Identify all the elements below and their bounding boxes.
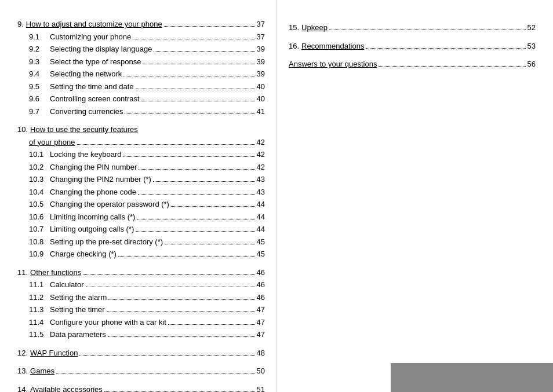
toc-page: 43	[257, 174, 265, 185]
toc-label: Recommendations	[301, 41, 364, 52]
sub-number: 9.1	[29, 31, 48, 43]
toc-entry-sub: 9.3 Select the type of response 39	[17, 56, 265, 68]
sub-number: 9.3	[29, 56, 48, 68]
toc-entry-sub: 9.7 Converting currencies 41	[17, 106, 265, 118]
toc-dots	[86, 287, 255, 287]
section-number: 11.	[17, 267, 28, 279]
toc-dots	[379, 66, 525, 67]
sub-number: 9.2	[29, 43, 48, 55]
toc-dots	[133, 39, 254, 39]
section-number: 9.	[17, 19, 24, 30]
toc-dots	[136, 231, 254, 232]
toc-dots	[118, 256, 255, 257]
toc-dots	[108, 336, 255, 337]
section-number: 16.	[289, 41, 299, 52]
toc-page: 44	[257, 224, 265, 235]
toc-page: 42	[257, 162, 265, 173]
toc-label: Available accessories	[30, 384, 103, 393]
toc-entry-sub: 9.5 Setting the time and date 40	[17, 81, 265, 93]
toc-page: 40	[257, 93, 265, 105]
toc-dots	[77, 144, 255, 145]
toc-dots	[125, 113, 254, 114]
toc-page: 41	[257, 106, 265, 118]
sub-number: 10.2	[29, 162, 48, 173]
toc-dots	[366, 48, 525, 49]
toc-page: 42	[257, 149, 265, 160]
toc-page: 51	[257, 384, 265, 393]
toc-label: Setting up the pre-set directory (*)	[50, 236, 163, 248]
toc-label: Customizing your phone	[50, 31, 131, 43]
left-toc: 9. How to adjust and customize your phon…	[17, 19, 265, 392]
sub-number: 10.7	[29, 224, 48, 235]
toc-entry-main: 11. Other functions 46	[17, 267, 265, 279]
toc-page: 46	[257, 292, 265, 303]
toc-label: How to adjust and customize your phone	[26, 19, 162, 30]
sub-number: 10.1	[29, 149, 48, 160]
toc-dots	[104, 391, 255, 392]
toc-page: 37	[257, 31, 265, 43]
toc-entry-main: 13. Games 50	[17, 365, 265, 377]
toc-label: Changing the PIN number	[50, 162, 137, 173]
toc-dots	[123, 76, 254, 76]
toc-label: How to use the security features	[30, 124, 138, 135]
toc-dots	[153, 181, 255, 182]
toc-entry-sub: 10.9 Charge checking (*) 45	[17, 248, 265, 260]
toc-entry-main: 15. Upkeep 52	[289, 22, 536, 34]
toc-entry-main2line-2: of your phone 42	[17, 137, 265, 148]
toc-label: WAP Function	[30, 347, 78, 359]
toc-entry-main2line-1: 10. How to use the security features	[17, 124, 265, 135]
toc-page: 52	[527, 22, 536, 34]
toc-label: Changing the operator password (*)	[50, 199, 169, 210]
toc-dots	[171, 206, 255, 207]
toc-page: 56	[527, 58, 536, 70]
sub-number: 9.4	[29, 68, 48, 80]
toc-label: Calculator	[50, 279, 84, 291]
toc-dots	[141, 101, 255, 101]
toc-entry-main: 12. WAP Function 48	[17, 347, 265, 359]
sub-number: 9.5	[29, 81, 48, 93]
toc-entry-sub: 10.8 Setting up the pre-set directory (*…	[17, 236, 265, 248]
sub-number: 10.3	[29, 174, 48, 185]
toc-entry-sub: 10.7 Limiting outgoing calls (*) 44	[17, 224, 265, 235]
toc-dots	[139, 169, 254, 170]
sub-number: 11.4	[29, 317, 48, 328]
toc-dots	[143, 64, 255, 64]
toc-label: Select the type of response	[50, 56, 141, 68]
toc-entry-main: 9. How to adjust and customize your phon…	[17, 19, 265, 30]
toc-label: Changing the PIN2 number (*)	[50, 174, 151, 185]
sub-number: 9.7	[29, 106, 48, 118]
toc-page: 53	[527, 41, 536, 52]
toc-page: 45	[257, 236, 265, 248]
toc-dots	[123, 156, 255, 157]
section-number: 13.	[17, 365, 28, 377]
toc-label: Data parameters	[50, 329, 106, 340]
section-number: 12.	[17, 347, 28, 359]
page-right: 15. Upkeep 52 16. Recommendations 53 Ans…	[276, 0, 553, 392]
toc-label: Setting the alarm	[50, 292, 107, 303]
toc-label: Changing the phone code	[50, 186, 136, 198]
toc-label: Controlling screen contrast	[50, 93, 140, 105]
toc-dots	[136, 89, 255, 89]
sub-number: 11.2	[29, 292, 48, 303]
toc-entry-main: 16. Recommendations 53	[289, 41, 536, 52]
toc-label: Games	[30, 365, 54, 377]
toc-dots	[83, 274, 254, 275]
toc-entry-sub: 11.5 Data parameters 47	[17, 329, 265, 340]
sub-number: 10.9	[29, 248, 48, 260]
toc-entry-sub: 10.2 Changing the PIN number 42	[17, 162, 265, 173]
toc-page: 43	[257, 186, 265, 198]
toc-entry-sub: 10.6 Limiting incoming calls (*) 44	[17, 211, 265, 223]
toc-entry-sub: 11.2 Setting the alarm 46	[17, 292, 265, 303]
toc-label: Answers to your questions	[289, 58, 377, 70]
toc-entry-main: 14. Available accessories 51	[17, 384, 265, 393]
toc-entry-sub: 11.3 Setting the timer 47	[17, 304, 265, 316]
toc-entry-sub: 10.1 Locking the keyboard 42	[17, 149, 265, 160]
toc-entry-sub: 10.3 Changing the PIN2 number (*) 43	[17, 174, 265, 185]
toc-dots	[164, 26, 255, 27]
toc-label: Configure your phone with a car kit	[50, 317, 166, 328]
toc-entry-sub: 10.4 Changing the phone code 43	[17, 186, 265, 198]
toc-dots	[165, 244, 254, 244]
toc-label: Converting currencies	[50, 106, 123, 118]
toc-entry-sub: 9.4 Selecting the network 39	[17, 68, 265, 80]
toc-entry-nonnumbered: Answers to your questions 56	[289, 58, 536, 70]
